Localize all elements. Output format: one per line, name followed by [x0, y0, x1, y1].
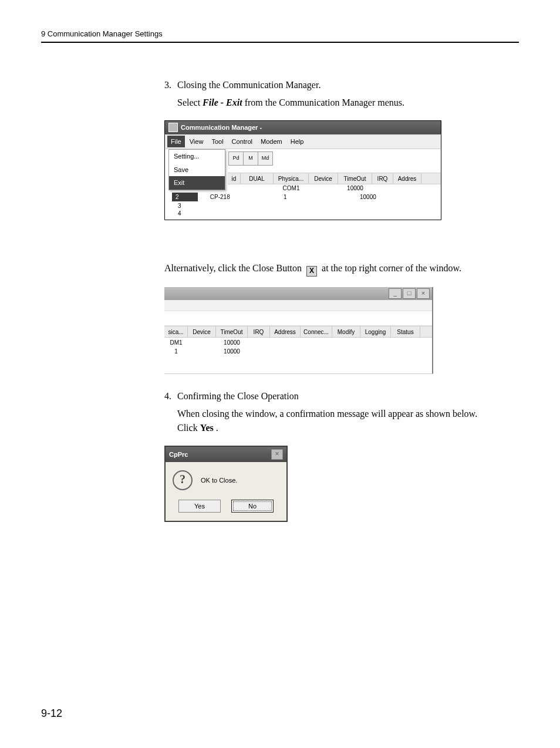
menu-modem[interactable]: Modem	[257, 136, 286, 148]
window-toolbar-blank	[164, 311, 432, 326]
comm-manager-titlebar: Communication Manager -	[165, 121, 441, 134]
step-3-text-b: from the Communication Manager menus.	[245, 97, 404, 107]
dialog-title: CpPrc	[169, 450, 188, 460]
menu-help[interactable]: Help	[287, 136, 308, 148]
cell-one: 1	[284, 193, 287, 201]
app-icon	[168, 123, 178, 132]
dialog-no-button[interactable]: No	[231, 500, 274, 513]
cell2-timeout-2: 10000	[216, 347, 248, 356]
step-4-number: 4.	[164, 389, 177, 403]
col2-address[interactable]: Address	[270, 326, 301, 337]
col-dual[interactable]: DUAL	[241, 173, 274, 184]
file-menu-save[interactable]: Save	[169, 163, 225, 177]
header-rule	[41, 42, 519, 43]
figure-cpprc-dialog: CpPrc × ? OK to Close. Yes No	[164, 446, 495, 522]
maximize-button[interactable]: □	[403, 288, 416, 299]
col2-connec[interactable]: Connec...	[301, 326, 332, 337]
table-row: DM1 10000	[164, 338, 432, 347]
col2-timeout[interactable]: TimeOut	[216, 326, 248, 337]
cell2-sica-2: 1	[164, 347, 188, 356]
close-icon: X	[306, 266, 317, 277]
step-4-yes: Yes	[200, 423, 214, 433]
comm-manager-window: Communication Manager - File View Tool C…	[164, 120, 441, 220]
comm-manager-title: Communication Manager -	[181, 123, 262, 133]
col-addres[interactable]: Addres	[393, 173, 421, 184]
rownum-4: 4	[178, 210, 181, 217]
cpprc-dialog: CpPrc × ? OK to Close. Yes No	[164, 446, 288, 522]
cell-rownum-2: 2	[172, 193, 198, 201]
figure-window-corner: _ □ × sica... Device TimeOut IRQ Address…	[164, 287, 495, 374]
col2-logging[interactable]: Logging	[360, 326, 391, 337]
col-physica[interactable]: Physica...	[274, 173, 309, 184]
table-row: COM1 10000	[228, 183, 441, 193]
col-timeout[interactable]: TimeOut	[338, 173, 372, 184]
table-header-row: id DUAL Physica... Device TimeOut IRQ Ad…	[228, 173, 441, 184]
table2-body: DM1 10000 1 10000	[164, 338, 432, 373]
comm-manager-menubar[interactable]: File View Tool Control Modem Help	[165, 134, 441, 150]
menu-view[interactable]: View	[186, 136, 207, 148]
cell-timeout-2: 10000	[360, 193, 376, 201]
step-3-text-a: Select	[177, 97, 203, 107]
close-button[interactable]: ×	[417, 288, 430, 299]
file-dropdown: Setting... Save Exit	[168, 149, 225, 190]
cell-physica: COM1	[274, 183, 309, 193]
header-chapter: 9 Communication Manager Settings	[41, 29, 519, 38]
question-icon: ?	[173, 470, 193, 490]
col2-sica[interactable]: sica...	[164, 326, 188, 337]
step-4-text-a: When closing the window, a confirmation …	[177, 409, 477, 433]
alt-text-a: Alternatively, click the Close Button	[164, 263, 304, 273]
table-row: 1 10000	[164, 347, 432, 356]
titlebar-buttons: _ □ ×	[164, 287, 432, 300]
col2-irq[interactable]: IRQ	[248, 326, 270, 337]
menu-control[interactable]: Control	[228, 136, 256, 148]
step-3-instruction: Select File - Exit from the Communicatio…	[177, 96, 495, 110]
window-menubar-blank	[164, 300, 432, 311]
cell2-sica-1: DM1	[164, 338, 188, 347]
dialog-close-button[interactable]: ×	[271, 449, 283, 460]
col2-device[interactable]: Device	[188, 326, 216, 337]
step-4-body: When closing the window, a confirmation …	[177, 407, 495, 435]
menu-file[interactable]: File	[167, 136, 185, 148]
cell-timeout: 10000	[338, 183, 372, 193]
toolbar-btn-1[interactable]: Pd	[228, 151, 243, 166]
toolbar-btn-2[interactable]: M	[243, 151, 258, 166]
file-menu-setting[interactable]: Setting...	[169, 150, 225, 163]
file-menu-exit[interactable]: Exit	[169, 176, 225, 190]
comm-manager-toolbar: Pd M Md	[228, 151, 273, 166]
alt-text-b: at the top right corner of the window.	[322, 263, 461, 273]
figure-comm-manager: Communication Manager - File View Tool C…	[164, 120, 495, 220]
minimize-button[interactable]: _	[389, 288, 402, 299]
step-3: 3. Closing the Communication Manager.	[164, 78, 495, 92]
table2-header-row: sica... Device TimeOut IRQ Address Conne…	[164, 326, 432, 338]
cell-cp218: CP-218	[210, 194, 230, 200]
page-number: 9-12	[41, 707, 62, 720]
col-irq[interactable]: IRQ	[372, 173, 393, 184]
col-id[interactable]: id	[228, 173, 241, 184]
dialog-titlebar: CpPrc ×	[166, 447, 286, 462]
alt-close-instruction: Alternatively, click the Close Button X …	[164, 261, 495, 277]
step-4-text-b: .	[216, 423, 218, 433]
window-corner: _ □ × sica... Device TimeOut IRQ Address…	[164, 287, 433, 374]
step-4-title: Confirming the Close Operation	[177, 389, 299, 403]
rownum-3: 3	[178, 202, 181, 210]
toolbar-btn-3[interactable]: Md	[258, 151, 273, 166]
menu-tool[interactable]: Tool	[208, 136, 227, 148]
step-3-menu-path: File - Exit	[203, 97, 242, 107]
row-numbers: 3 4	[178, 202, 181, 217]
col-device[interactable]: Device	[309, 173, 338, 184]
col2-modify[interactable]: Modify	[332, 326, 360, 337]
step-3-title: Closing the Communication Manager.	[177, 78, 321, 92]
table-row-selected: 2 CP-218 1 10000	[172, 193, 230, 201]
step-4: 4. Confirming the Close Operation	[164, 389, 495, 403]
dialog-message: OK to Close.	[201, 476, 237, 486]
cell2-timeout-1: 10000	[216, 338, 248, 347]
dialog-yes-button[interactable]: Yes	[178, 500, 221, 513]
step-3-number: 3.	[164, 78, 177, 92]
col2-status[interactable]: Status	[391, 326, 420, 337]
